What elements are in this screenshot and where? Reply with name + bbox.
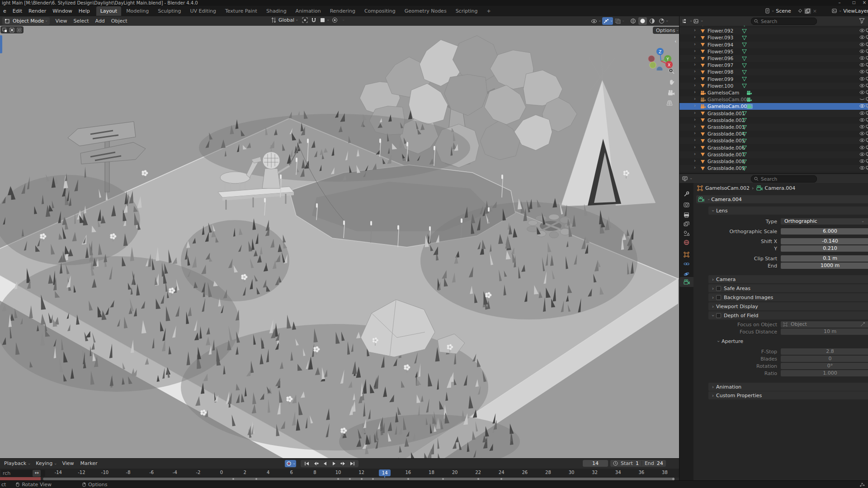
disable-in-viewport-icon[interactable] [866,111,868,115]
disable-in-viewport-icon[interactable] [866,77,868,81]
hide-in-viewport-icon[interactable] [859,152,865,156]
main-menu-help[interactable]: Help [75,6,93,16]
snap-magnet-icon[interactable] [311,17,316,23]
start-value[interactable]: 1 [636,460,639,466]
outliner-row[interactable]: ›Flower.099 [679,76,868,83]
disable-in-viewport-icon[interactable] [866,49,868,53]
disable-in-viewport-icon[interactable] [866,166,868,170]
properties-tab-camera-data[interactable] [679,277,693,287]
disable-in-viewport-icon[interactable] [866,35,868,39]
expand-arrow-icon[interactable]: › [694,28,696,33]
expand-arrow-icon[interactable]: › [694,42,696,47]
checkbox[interactable] [716,295,721,300]
viewport-menu-select[interactable]: Select [71,16,92,26]
disable-in-viewport-icon[interactable] [866,145,868,150]
checkbox[interactable] [716,286,721,291]
outliner-search-input[interactable]: Search [751,18,817,25]
disable-in-viewport-icon[interactable] [866,84,868,88]
pan-hand-icon[interactable] [667,77,676,86]
main-menu-e[interactable]: e [0,6,9,16]
section-custom-properties[interactable]: ›Custom Properties [708,391,868,399]
expand-arrow-icon[interactable]: › [694,117,696,122]
workspace-tab-scripting[interactable]: Scripting [452,6,482,16]
disable-in-viewport-icon[interactable] [866,125,868,129]
viewport-menu-object[interactable]: Object [108,16,131,26]
workspace-tab-sculpting[interactable]: Sculpting [154,6,185,16]
solid-icon[interactable] [638,17,647,25]
play-reverse-button[interactable] [322,461,328,466]
disable-in-viewport-icon[interactable] [866,159,868,163]
section-camera[interactable]: ›Camera⠿ [708,275,868,283]
hide-in-viewport-icon[interactable] [859,138,865,142]
disable-in-viewport-icon[interactable] [866,56,868,60]
checkbox[interactable] [716,313,721,318]
panel-divider-outliner-props[interactable] [679,174,868,174]
properties-tab-constraints[interactable] [679,259,693,269]
properties-tab-output[interactable] [679,210,693,220]
workspace-tab-geometry-nodes[interactable]: Geometry Nodes [401,6,451,16]
hide-in-viewport-icon[interactable] [859,77,865,81]
outliner-row[interactable]: ›Flower.094 [679,42,868,48]
outliner-row[interactable]: ›Flower.092 [679,28,868,34]
current-frame-field[interactable]: 14 [583,460,608,467]
expand-channels-icon[interactable]: ↔ [33,470,41,477]
end-value[interactable]: 24 [657,460,663,466]
new-scene-icon[interactable] [804,8,811,14]
properties-tab-view-layer[interactable] [679,219,693,229]
outliner-row[interactable]: ›Grassblade.006 [679,145,868,151]
ortho-grid-icon[interactable] [665,99,674,108]
outliner-row[interactable]: ›Grassblade.005 [679,137,868,144]
jump-end-button[interactable] [349,461,355,466]
workspace-tab-texture-paint[interactable]: Texture Paint [221,6,261,16]
outliner-row[interactable]: ›Grassblade.004 [679,131,868,137]
mode-selector[interactable]: Object Mode › [2,17,50,25]
gizmo-icon[interactable]: › [602,17,613,25]
proportional-editing-icon[interactable] [332,17,338,23]
panel-divider-viewport-timeline[interactable] [0,458,679,459]
camera-datablock-header[interactable]: ›Camera.004 [696,195,868,203]
hide-in-viewport-icon[interactable] [859,131,865,136]
minimize-button[interactable]: – [835,0,844,5]
navigation-gizmo[interactable]: Z Y X [644,36,678,70]
expand-arrow-icon[interactable]: › [694,158,696,163]
workspace-tab-compositing[interactable]: Compositing [360,6,400,16]
hide-in-viewport-icon[interactable] [859,49,865,53]
hide-in-viewport-icon[interactable] [859,35,865,39]
outliner-row[interactable]: ›Flower.096 [679,55,868,62]
main-menu-render[interactable]: Render [25,6,49,16]
play-button[interactable] [331,461,337,466]
expand-arrow-icon[interactable]: › [694,165,696,170]
properties-tab-object[interactable] [679,249,693,259]
expand-arrow-icon[interactable]: › [694,110,696,115]
auto-keying-button[interactable]: › [285,460,296,467]
outliner-row[interactable]: ›Grassblade.008 [679,158,868,165]
disable-in-viewport-icon[interactable] [866,90,868,94]
expand-arrow-icon[interactable]: › [694,34,696,39]
number-field[interactable]: 1.000 [781,370,868,376]
hide-in-viewport-icon[interactable] [859,90,865,94]
expand-arrow-icon[interactable]: › [694,83,696,88]
options-button[interactable]: Options › [653,27,679,34]
jump-start-button[interactable] [304,461,310,466]
transform-orientation[interactable]: Global › [271,17,297,23]
hide-in-viewport-icon[interactable] [859,97,865,101]
properties-display-icon[interactable]: › [682,176,692,181]
next-keyframe-button[interactable] [340,461,346,466]
main-menu-window[interactable]: Window [49,6,75,16]
number-field[interactable]: 10 m [781,328,868,335]
timeline-menu-marker[interactable]: Marker [77,459,101,469]
number-field[interactable]: 0 [781,356,868,362]
number-field[interactable]: 0° [781,363,868,369]
playhead-badge[interactable]: 14 [379,469,391,476]
outliner-row[interactable]: ›Grassblade.002 [679,117,868,124]
outliner-display-mode-icon[interactable]: › [682,19,692,24]
close-button[interactable]: × [861,0,868,5]
disable-in-viewport-icon[interactable] [866,97,868,101]
outliner-row[interactable]: ›Flower.100 [679,83,868,89]
outliner-row[interactable]: ›Grassblade.007 [679,151,868,158]
breadcrumb-data[interactable]: Camera.004 [765,185,796,191]
timeline-channel-row[interactable] [0,477,41,480]
pivot-point-icon[interactable] [302,17,308,23]
number-field[interactable]: 1000 m [781,263,868,269]
breadcrumb-object[interactable]: GameIsoCam.002 [705,185,750,191]
